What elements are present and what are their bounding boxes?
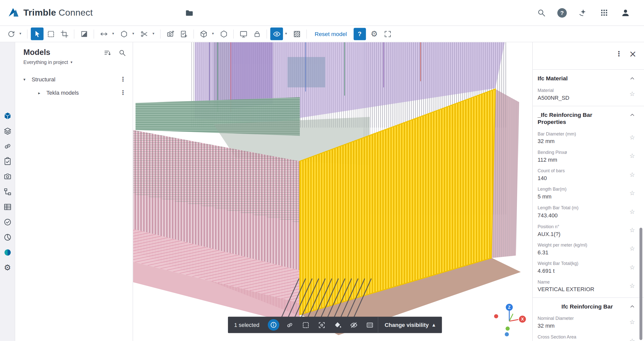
lock-button[interactable] (251, 27, 263, 40)
create-todo-button[interactable] (178, 27, 190, 40)
rail-property-sets-icon[interactable] (3, 202, 12, 212)
apps-grid-icon[interactable] (599, 7, 609, 18)
hide-selected-button[interactable] (346, 317, 362, 333)
details-button[interactable] (266, 317, 282, 333)
gear-icon: ⚙ (371, 30, 378, 38)
measure-tool-button[interactable] (97, 27, 110, 40)
help-icon[interactable]: ? (557, 8, 567, 17)
sort-icon[interactable] (103, 49, 111, 56)
scope-filter-dropdown[interactable]: Everything in project ▾ (15, 57, 133, 65)
scrollbar-thumb[interactable] (639, 228, 642, 340)
zoom-to-selection-button[interactable] (314, 317, 330, 333)
favorite-star-icon[interactable]: ☆ (629, 283, 635, 289)
favorite-star-icon[interactable]: ☆ (629, 190, 635, 196)
rail-extensions-icon[interactable]: ⚙ (3, 262, 12, 272)
visibility-button[interactable] (270, 27, 283, 40)
rail-clash-icon[interactable] (3, 217, 12, 227)
fullscreen-button[interactable] (381, 27, 394, 40)
models-panel-title: Models (23, 48, 50, 57)
favorite-star-icon[interactable]: ☆ (629, 135, 635, 141)
gizmo-z-negative[interactable] (505, 332, 509, 336)
change-visibility-button[interactable]: Change visibility ▲ (378, 322, 442, 328)
bounding-box-button[interactable] (217, 27, 230, 40)
close-icon[interactable]: × (629, 50, 637, 58)
rail-links-icon[interactable] (3, 141, 12, 151)
polygon-tool-button[interactable] (118, 27, 130, 40)
project-folder-icon[interactable] (184, 8, 195, 18)
rail-reports-icon[interactable] (3, 232, 12, 242)
rail-sync-icon[interactable] (3, 247, 12, 257)
property-row: Nominal Diameter 32 mm ☆ (538, 316, 635, 329)
caret-up-icon: ▲ (432, 323, 435, 327)
rail-layers-icon[interactable] (3, 126, 12, 136)
models-search-icon[interactable] (118, 49, 126, 56)
brand[interactable]: TrimbleConnect (7, 7, 93, 19)
favorite-star-icon[interactable]: ☆ (629, 227, 635, 233)
expand-caret-icon[interactable]: ▾ (23, 77, 30, 81)
viewport-3d[interactable]: Z X 1 selected Change visibility (133, 42, 532, 341)
toolbar-separator (193, 29, 194, 38)
property-row: Material A500NR_SD ☆ (538, 88, 635, 101)
panel-menu-kebab-icon[interactable]: ⋮ (616, 50, 623, 57)
polygon-tool-caret[interactable]: ▾ (131, 32, 136, 36)
assistant-icon[interactable] (577, 7, 588, 18)
favorite-star-icon[interactable]: ☆ (629, 338, 635, 341)
favorite-star-icon[interactable]: ☆ (629, 246, 635, 252)
orbit-tool-caret[interactable]: ▾ (18, 32, 23, 36)
favorite-star-icon[interactable]: ☆ (629, 264, 635, 270)
select-tool-button[interactable] (31, 27, 43, 40)
section-header[interactable]: Ifc Material (538, 75, 635, 82)
section-tool-caret[interactable]: ▾ (151, 32, 156, 36)
attach-link-button[interactable] (282, 317, 298, 333)
collapse-caret-icon[interactable]: ▸ (38, 91, 45, 95)
hatch-selected-button[interactable] (362, 317, 378, 333)
toolbar-separator (27, 29, 28, 38)
gizmo-y-negative[interactable] (506, 327, 510, 331)
viewer-help-button[interactable]: ? (354, 28, 366, 40)
favorite-star-icon[interactable]: ☆ (629, 319, 635, 325)
settings-button[interactable]: ⚙ (368, 27, 380, 40)
rail-organizer-icon[interactable] (3, 187, 12, 196)
reset-model-link[interactable]: Reset model (315, 30, 347, 37)
isolate-selection-button[interactable] (298, 317, 314, 333)
hatch-pattern-button[interactable] (290, 27, 303, 40)
item-menu-kebab-icon[interactable]: ⋮ (120, 90, 133, 96)
visibility-caret[interactable]: ▾ (283, 32, 289, 36)
3d-model-scene[interactable] (133, 42, 532, 341)
vertical-scrollbar[interactable] (639, 42, 642, 341)
section-header[interactable]: Ifc Reinforcing Bar (538, 303, 635, 311)
favorite-star-icon[interactable]: ☆ (629, 172, 635, 178)
toolbar-separator (160, 29, 161, 38)
orbit-tool-button[interactable] (5, 27, 17, 40)
measure-tool-caret[interactable]: ▾ (110, 32, 116, 36)
property-row: Bending Pinxø 112 mm ☆ (538, 150, 635, 163)
section-ifc-reinforcing-bar: Ifc Reinforcing Bar Nominal Diameter 32 … (533, 297, 644, 341)
tree-item-structural[interactable]: ▾ Structural ⋮ (15, 73, 133, 86)
paint-color-button[interactable] (330, 317, 346, 333)
search-icon[interactable] (536, 7, 547, 18)
presentation-button[interactable] (237, 27, 250, 40)
view-mode-caret[interactable]: ▾ (210, 32, 216, 36)
rail-models-icon[interactable] (3, 111, 12, 121)
marquee-select-button[interactable] (44, 27, 57, 40)
favorite-star-icon[interactable]: ☆ (629, 209, 635, 215)
ghost-mode-button[interactable] (78, 27, 90, 40)
section-header[interactable]: _Ifc Reinforcing Bar Properties (538, 112, 635, 126)
area-select-button[interactable] (58, 27, 71, 40)
section-ifc-reinforcing-bar-properties: _Ifc Reinforcing Bar Properties Bar Diam… (533, 106, 644, 298)
selection-count: 1 selected (228, 322, 266, 328)
navigation-gizmo[interactable]: Z X (493, 302, 531, 337)
view-mode-button[interactable] (197, 27, 210, 40)
favorite-star-icon[interactable]: ☆ (629, 153, 635, 159)
rail-todos-icon[interactable] (3, 156, 12, 166)
property-row: Length Bar Total (m) 743.400 ☆ (538, 205, 635, 218)
user-avatar[interactable] (620, 7, 631, 18)
item-menu-kebab-icon[interactable]: ⋮ (120, 76, 133, 82)
rail-views-icon[interactable] (3, 172, 12, 181)
favorite-star-icon[interactable]: ☆ (629, 91, 635, 97)
tree-item-tekla-models[interactable]: ▸ Tekla models ⋮ (15, 86, 133, 100)
chevron-up-icon (630, 113, 635, 116)
snapshot-button[interactable] (164, 27, 177, 40)
gizmo-x-negative[interactable] (494, 314, 498, 318)
section-tool-button[interactable] (138, 27, 150, 40)
